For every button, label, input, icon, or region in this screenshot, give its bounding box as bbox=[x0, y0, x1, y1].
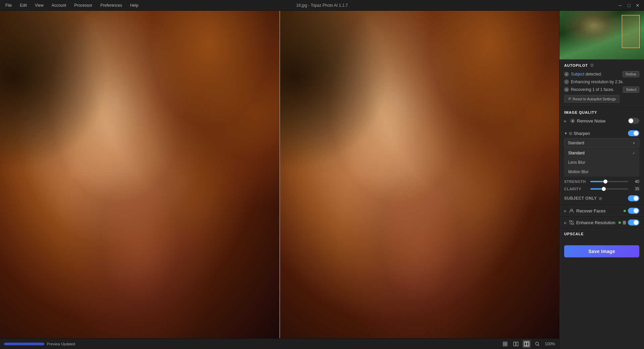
maximize-button[interactable]: □ bbox=[627, 3, 631, 8]
select-button[interactable]: Select bbox=[623, 87, 639, 93]
autopilot-settings-icon[interactable]: ⚙ bbox=[590, 63, 594, 68]
zoom-fit-button[interactable] bbox=[533, 340, 541, 348]
svg-point-8 bbox=[536, 342, 539, 345]
svg-line-9 bbox=[538, 345, 540, 346]
menu-processor[interactable]: Processor bbox=[73, 2, 94, 8]
sharpen-label: Sharpen bbox=[574, 131, 590, 136]
strength-label: STRENGTH bbox=[564, 180, 588, 184]
save-image-button[interactable]: Save Image bbox=[564, 245, 639, 257]
svg-rect-12 bbox=[572, 223, 574, 225]
autopilot-resolution-text: Enhancing resolution by 2.3x. bbox=[571, 80, 639, 84]
menu-help[interactable]: Help bbox=[129, 2, 140, 8]
svg-rect-11 bbox=[570, 220, 571, 222]
svg-rect-0 bbox=[503, 342, 505, 344]
subject-only-icon: ◎ bbox=[599, 196, 602, 201]
close-button[interactable]: ✕ bbox=[635, 3, 640, 8]
minimize-button[interactable]: ─ bbox=[618, 3, 623, 8]
menu-account[interactable]: Account bbox=[50, 2, 67, 8]
remove-noise-row: ▶ ◉ Remove Noise bbox=[564, 118, 639, 124]
remove-noise-expand-icon[interactable]: ▶ bbox=[564, 119, 568, 123]
autopilot-resolution-icon: ↑ bbox=[564, 80, 569, 84]
split-view-button[interactable] bbox=[523, 340, 531, 348]
autopilot-resolution-row: ↑ Enhancing resolution by 2.3x. bbox=[564, 80, 639, 84]
subject-only-toggle[interactable] bbox=[628, 195, 639, 201]
recover-faces-left: ▶ Recover Faces bbox=[564, 208, 605, 213]
reset-autopilot-button[interactable]: ↺ Reset to Autopilot Settings bbox=[564, 95, 620, 103]
strength-slider-track[interactable] bbox=[590, 181, 628, 182]
sharpen-section: ▼ ◎ Sharpen Standard ▼ Standard ✓ Lens B… bbox=[559, 130, 644, 205]
menu-preferences[interactable]: Preferences bbox=[99, 2, 123, 8]
svg-rect-1 bbox=[505, 342, 507, 344]
sharpen-chevron-icon[interactable]: ▼ bbox=[564, 132, 568, 135]
remove-noise-toggle[interactable] bbox=[628, 118, 639, 124]
enhance-resolution-right bbox=[619, 219, 639, 226]
model-lens-label: Lens Blur bbox=[568, 160, 585, 165]
recover-faces-toggle[interactable] bbox=[628, 208, 639, 214]
image-quality-title: IMAGE QUALITY bbox=[564, 110, 639, 114]
autopilot-section: AUTOPILOT ⚙ ● Subject detected. Refine ↑… bbox=[559, 59, 644, 107]
remove-noise-label: Remove Noise bbox=[577, 118, 605, 123]
thumbnail-highlight[interactable] bbox=[622, 15, 640, 48]
model-motion-label: Motion Blur bbox=[568, 169, 589, 174]
autopilot-faces-text: Recovering 1 of 1 faces. bbox=[571, 87, 621, 92]
upscale-title: UPSCALE bbox=[564, 232, 639, 236]
autopilot-faces-icon: ◎ bbox=[564, 87, 569, 92]
strength-slider-row: STRENGTH 40 bbox=[564, 179, 639, 184]
statusbar: Preview Updated bbox=[0, 338, 559, 349]
enhance-resolution-chevron-icon: ▶ bbox=[564, 221, 567, 225]
menu-file[interactable]: File bbox=[4, 2, 13, 8]
recover-faces-active-dot bbox=[624, 210, 626, 212]
enhance-resolution-toggle[interactable] bbox=[628, 219, 639, 226]
image-quality-section: IMAGE QUALITY ▶ ◉ Remove Noise bbox=[559, 107, 644, 130]
preview-progress-bar bbox=[4, 343, 44, 345]
model-dropdown[interactable]: Standard ▼ bbox=[564, 138, 639, 148]
autopilot-subject-row: ● Subject detected. Refine bbox=[564, 71, 639, 77]
recover-faces-icon bbox=[569, 208, 574, 213]
refine-button[interactable]: Refine bbox=[623, 71, 639, 77]
clarity-slider-track[interactable] bbox=[590, 188, 628, 190]
svg-rect-5 bbox=[516, 342, 518, 346]
model-standard-label: Standard bbox=[568, 151, 585, 155]
sharpen-target-icon: ◎ bbox=[569, 131, 572, 136]
recover-faces-right bbox=[624, 208, 639, 214]
model-option-standard[interactable]: Standard ✓ bbox=[564, 148, 639, 158]
original-image-panel bbox=[0, 11, 279, 338]
clarity-value: 35 bbox=[631, 187, 639, 191]
image-canvas bbox=[0, 11, 559, 338]
autopilot-faces-row: ◎ Recovering 1 of 1 faces. Select bbox=[564, 87, 639, 93]
enhance-resolution-row[interactable]: ▶ Enhance Resolution bbox=[559, 217, 644, 229]
menu-bar: File Edit View Account Processor Prefere… bbox=[4, 2, 140, 8]
autopilot-subject-icon: ● bbox=[564, 72, 569, 77]
model-option-motion-blur[interactable]: Motion Blur bbox=[564, 167, 639, 177]
dropdown-chevron-icon: ▼ bbox=[632, 141, 636, 145]
autopilot-subject-detected: detected. bbox=[585, 72, 602, 77]
remove-noise-icon: ◉ bbox=[570, 118, 575, 123]
sharpen-toggle[interactable] bbox=[628, 130, 639, 136]
main-area: Preview Updated bbox=[0, 11, 644, 349]
fit-view-button[interactable] bbox=[501, 340, 509, 348]
subject-only-row: SUBJECT ONLY ◎ bbox=[564, 194, 639, 201]
menu-edit[interactable]: Edit bbox=[18, 2, 28, 8]
window-title: 18.jpg - Topaz Photo AI 1.1.7 bbox=[296, 3, 348, 8]
strength-value: 40 bbox=[631, 179, 639, 184]
sharpen-header-row: ▼ ◎ Sharpen bbox=[564, 130, 639, 136]
enhance-resolution-label: Enhance Resolution bbox=[576, 220, 615, 225]
right-panel: AUTOPILOT ⚙ ● Subject detected. Refine ↑… bbox=[559, 11, 644, 349]
compare-view-button[interactable] bbox=[512, 340, 520, 348]
menu-view[interactable]: View bbox=[34, 2, 45, 8]
image-area: Preview Updated bbox=[0, 11, 559, 349]
recover-faces-row[interactable]: ▶ Recover Faces bbox=[559, 205, 644, 217]
model-option-lens-blur[interactable]: Lens Blur bbox=[564, 158, 639, 167]
enhance-resolution-active-dot bbox=[619, 221, 621, 224]
svg-rect-4 bbox=[514, 342, 516, 346]
reset-icon: ↺ bbox=[568, 97, 571, 101]
zoom-level-label: 100% bbox=[545, 342, 555, 346]
subject-highlight: Subject bbox=[571, 72, 584, 77]
svg-rect-3 bbox=[505, 344, 507, 346]
autopilot-title: AUTOPILOT bbox=[564, 63, 588, 67]
titlebar: File Edit View Account Processor Prefere… bbox=[0, 0, 644, 11]
window-controls: ─ □ ✕ bbox=[618, 3, 640, 8]
subject-only-label: SUBJECT ONLY bbox=[564, 196, 597, 201]
enhance-resolution-left: ▶ Enhance Resolution bbox=[564, 220, 615, 225]
upscale-section: UPSCALE bbox=[559, 229, 644, 242]
